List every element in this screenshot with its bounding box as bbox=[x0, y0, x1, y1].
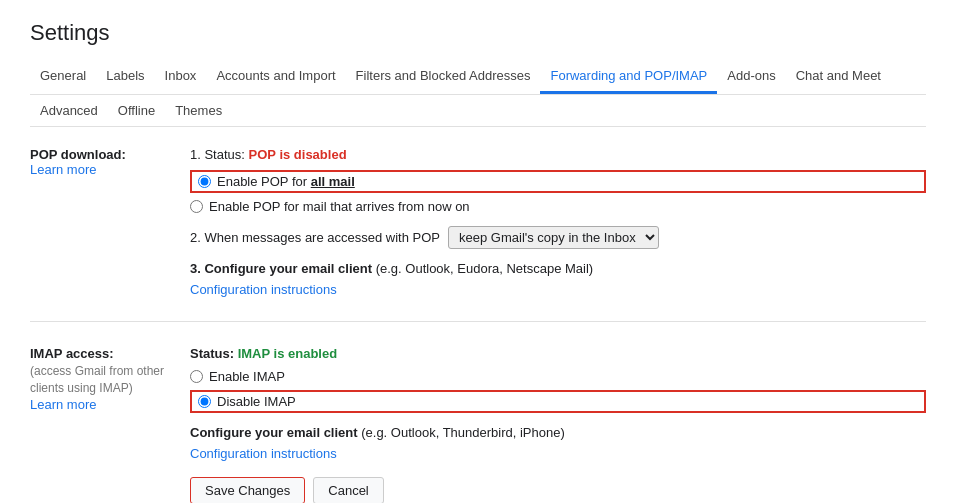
tabs-row-2: Advanced Offline Themes bbox=[30, 95, 926, 127]
imap-config-link[interactable]: Configuration instructions bbox=[190, 446, 926, 461]
pop-step1-prefix: 1. Status: bbox=[190, 147, 249, 162]
tab-offline[interactable]: Offline bbox=[108, 95, 165, 126]
imap-label-title: IMAP access: bbox=[30, 346, 174, 361]
imap-config-title: Configure your email client bbox=[190, 425, 358, 440]
tab-advanced[interactable]: Advanced bbox=[30, 95, 108, 126]
pop-radio2-item: Enable POP for mail that arrives from no… bbox=[190, 199, 926, 214]
imap-status-text: IMAP is enabled bbox=[238, 346, 337, 361]
tabs-row-1: General Labels Inbox Accounts and Import… bbox=[30, 60, 926, 95]
imap-radio1-label: Enable IMAP bbox=[209, 369, 285, 384]
tab-filters[interactable]: Filters and Blocked Addresses bbox=[346, 60, 541, 94]
pop-status-text: POP is disabled bbox=[249, 147, 347, 162]
imap-section: IMAP access: (access Gmail from other cl… bbox=[30, 346, 926, 503]
imap-content: Status: IMAP is enabled Enable IMAP Disa… bbox=[190, 346, 926, 503]
pop-step2: 2. When messages are accessed with POP k… bbox=[190, 226, 926, 249]
pop-step2-label: 2. When messages are accessed with POP bbox=[190, 230, 440, 245]
pop-step2-dropdown[interactable]: keep Gmail's copy in the Inbox mark Gmai… bbox=[448, 226, 659, 249]
imap-radio1-item: Enable IMAP bbox=[190, 369, 926, 384]
tab-inbox[interactable]: Inbox bbox=[155, 60, 207, 94]
buttons-row: Save Changes Cancel bbox=[190, 477, 926, 503]
imap-config-examples: (e.g. Outlook, Thunderbird, iPhone) bbox=[361, 425, 565, 440]
pop-step3-examples: (e.g. Outlook, Eudora, Netscape Mail) bbox=[376, 261, 594, 276]
page-title: Settings bbox=[30, 20, 926, 46]
imap-radio2-label: Disable IMAP bbox=[217, 394, 296, 409]
pop-radio2-label: Enable POP for mail that arrives from no… bbox=[209, 199, 470, 214]
imap-radio-group: Enable IMAP Disable IMAP bbox=[190, 369, 926, 413]
tab-accounts-import[interactable]: Accounts and Import bbox=[206, 60, 345, 94]
pop-radio-group: Enable POP for all mail Enable POP for m… bbox=[190, 170, 926, 214]
imap-learn-more[interactable]: Learn more bbox=[30, 397, 96, 412]
imap-radio2-highlighted: Disable IMAP bbox=[190, 390, 926, 413]
imap-status-line: Status: IMAP is enabled bbox=[190, 346, 926, 361]
pop-radio1-highlighted: Enable POP for all mail bbox=[190, 170, 926, 193]
save-button[interactable]: Save Changes bbox=[190, 477, 305, 503]
pop-step3-label: 3. Configure your email client bbox=[190, 261, 372, 276]
tab-chat[interactable]: Chat and Meet bbox=[786, 60, 891, 94]
pop-section: POP download: Learn more 1. Status: POP … bbox=[30, 147, 926, 322]
tab-general[interactable]: General bbox=[30, 60, 96, 94]
pop-label: POP download: Learn more bbox=[30, 147, 190, 297]
imap-label-sub: (access Gmail from other clients using I… bbox=[30, 363, 174, 397]
imap-label: IMAP access: (access Gmail from other cl… bbox=[30, 346, 190, 503]
imap-config-title-line: Configure your email client (e.g. Outloo… bbox=[190, 425, 926, 440]
pop-status-line: 1. Status: POP is disabled bbox=[190, 147, 926, 162]
imap-status-prefix: Status: bbox=[190, 346, 238, 361]
pop-content: 1. Status: POP is disabled Enable POP fo… bbox=[190, 147, 926, 297]
tab-labels[interactable]: Labels bbox=[96, 60, 154, 94]
imap-radio1-input[interactable] bbox=[190, 370, 203, 383]
pop-config-link[interactable]: Configuration instructions bbox=[190, 282, 926, 297]
pop-radio1-input[interactable] bbox=[198, 175, 211, 188]
pop-radio2-input[interactable] bbox=[190, 200, 203, 213]
tab-themes[interactable]: Themes bbox=[165, 95, 232, 126]
tab-addons[interactable]: Add-ons bbox=[717, 60, 785, 94]
pop-step3-line: 3. Configure your email client (e.g. Out… bbox=[190, 261, 926, 276]
pop-label-title: POP download: bbox=[30, 147, 174, 162]
cancel-button[interactable]: Cancel bbox=[313, 477, 383, 503]
imap-radio2-input[interactable] bbox=[198, 395, 211, 408]
pop-learn-more[interactable]: Learn more bbox=[30, 162, 96, 177]
pop-radio1-text: Enable POP for all mail bbox=[217, 174, 355, 189]
tab-forwarding[interactable]: Forwarding and POP/IMAP bbox=[540, 60, 717, 94]
